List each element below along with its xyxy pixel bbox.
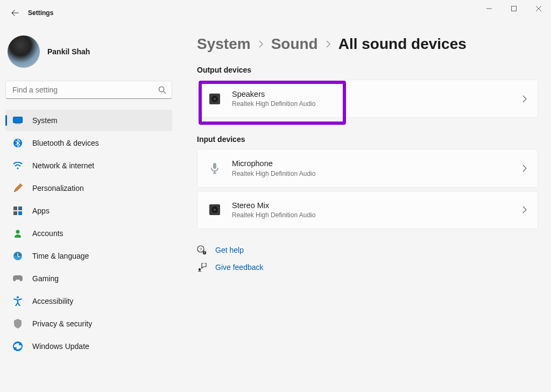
svg-point-20: [214, 209, 216, 211]
speaker-icon: [208, 92, 221, 105]
privacy-icon: [13, 319, 23, 329]
svg-point-1: [159, 87, 164, 91]
window-controls: [477, 0, 551, 17]
sidebar-item-label: Time & language: [32, 252, 89, 260]
svg-text:?: ?: [204, 252, 206, 255]
sidebar-item-label: Personalization: [32, 184, 84, 193]
minimize-button[interactable]: [477, 0, 501, 17]
svg-rect-9: [18, 211, 22, 215]
device-row-stereo-mix[interactable]: Stereo Mix Realtek High Definition Audio: [197, 191, 538, 229]
device-name: Microphone: [232, 159, 522, 168]
device-description: Realtek High Definition Audio: [232, 170, 522, 177]
sidebar-item-system[interactable]: System: [5, 110, 172, 131]
device-row-microphone[interactable]: Microphone Realtek High Definition Audio: [197, 149, 538, 187]
sidebar-item-time[interactable]: Time & language: [5, 245, 172, 267]
close-button[interactable]: [526, 0, 551, 17]
svg-text:?: ?: [200, 247, 202, 252]
accessibility-icon: [13, 296, 23, 306]
svg-rect-0: [512, 6, 517, 11]
sidebar-item-gaming[interactable]: Gaming: [5, 268, 172, 289]
search-icon: [158, 86, 166, 94]
svg-rect-2: [13, 117, 23, 123]
sidebar-item-label: Privacy & security: [32, 319, 92, 328]
sidebar-item-network[interactable]: Network & internet: [5, 155, 172, 176]
device-description: Realtek High Definition Audio: [232, 100, 522, 108]
personalization-icon: [13, 183, 23, 193]
bluetooth-icon: [13, 138, 23, 148]
sidebar-item-label: Accessibility: [32, 297, 73, 305]
sidebar-item-privacy[interactable]: Privacy & security: [5, 313, 172, 334]
sidebar-item-accounts[interactable]: Accounts: [5, 223, 172, 244]
output-devices-heading: Output devices: [197, 66, 538, 74]
svg-rect-3: [15, 124, 20, 124]
maximize-button[interactable]: [501, 0, 526, 17]
get-help-label: Get help: [215, 246, 244, 254]
close-icon: [536, 6, 541, 11]
svg-point-16: [214, 98, 216, 100]
device-name: Stereo Mix: [232, 201, 522, 210]
device-name: Speakers: [232, 90, 522, 99]
chevron-right-icon: [326, 40, 331, 48]
sidebar-item-accessibility[interactable]: Accessibility: [5, 290, 172, 312]
help-icon: ??: [197, 245, 207, 255]
breadcrumb: System Sound All sound devices: [197, 35, 538, 53]
nav-list: System Bluetooth & devices Network & int…: [5, 110, 172, 357]
sidebar-item-label: Network & internet: [32, 161, 94, 170]
footer-links: ?? Get help Give feedback: [197, 245, 538, 272]
update-icon: [13, 341, 23, 351]
sidebar-item-label: Windows Update: [32, 342, 89, 351]
search-field[interactable]: [5, 81, 172, 99]
sidebar-item-apps[interactable]: Apps: [5, 200, 172, 222]
feedback-icon: [197, 262, 207, 272]
breadcrumb-current: All sound devices: [338, 35, 467, 53]
back-arrow-icon: [11, 9, 19, 17]
search-input[interactable]: [12, 85, 158, 94]
back-button[interactable]: [9, 6, 22, 19]
profile-name: Pankil Shah: [47, 47, 90, 56]
app-title: Settings: [28, 9, 53, 17]
sidebar-item-label: Apps: [32, 206, 50, 215]
svg-point-10: [16, 230, 20, 234]
chevron-right-icon: [522, 165, 527, 172]
wifi-icon: [13, 161, 23, 170]
maximize-icon: [511, 6, 517, 11]
svg-point-5: [17, 167, 18, 169]
accounts-icon: [13, 229, 23, 238]
gaming-icon: [13, 274, 23, 283]
device-row-speakers[interactable]: Speakers Realtek High Definition Audio: [197, 80, 538, 118]
chevron-right-icon: [522, 95, 527, 103]
apps-icon: [13, 206, 23, 216]
svg-point-12: [17, 296, 19, 298]
sidebar-item-bluetooth[interactable]: Bluetooth & devices: [5, 132, 172, 154]
sidebar-item-label: System: [32, 116, 58, 125]
svg-rect-17: [213, 163, 216, 169]
breadcrumb-sound[interactable]: Sound: [271, 35, 318, 53]
svg-rect-6: [13, 206, 17, 210]
svg-rect-8: [13, 211, 17, 215]
sidebar-item-label: Gaming: [32, 274, 59, 283]
speaker-icon: [208, 203, 221, 216]
svg-point-25: [199, 268, 201, 270]
breadcrumb-system[interactable]: System: [197, 35, 251, 53]
profile-block[interactable]: Pankil Shah: [5, 30, 172, 81]
system-icon: [13, 116, 23, 125]
input-devices-heading: Input devices: [197, 135, 538, 144]
chevron-right-icon: [258, 40, 264, 48]
content-area: System Sound All sound devices Output de…: [178, 26, 551, 392]
minimize-icon: [486, 6, 492, 11]
titlebar: Settings: [0, 0, 551, 26]
give-feedback-label: Give feedback: [215, 263, 264, 272]
give-feedback-link[interactable]: Give feedback: [197, 262, 538, 272]
sidebar-item-label: Bluetooth & devices: [32, 139, 99, 147]
get-help-link[interactable]: ?? Get help: [197, 245, 538, 255]
avatar: [8, 35, 40, 68]
sidebar: Pankil Shah System Bluetooth & devices N…: [0, 26, 178, 392]
device-description: Realtek High Definition Audio: [232, 211, 522, 219]
sidebar-item-label: Accounts: [32, 229, 63, 238]
time-icon: [13, 251, 23, 261]
sidebar-item-personalization[interactable]: Personalization: [5, 177, 172, 199]
sidebar-item-update[interactable]: Windows Update: [5, 336, 172, 357]
chevron-right-icon: [522, 206, 527, 213]
microphone-icon: [208, 162, 221, 175]
